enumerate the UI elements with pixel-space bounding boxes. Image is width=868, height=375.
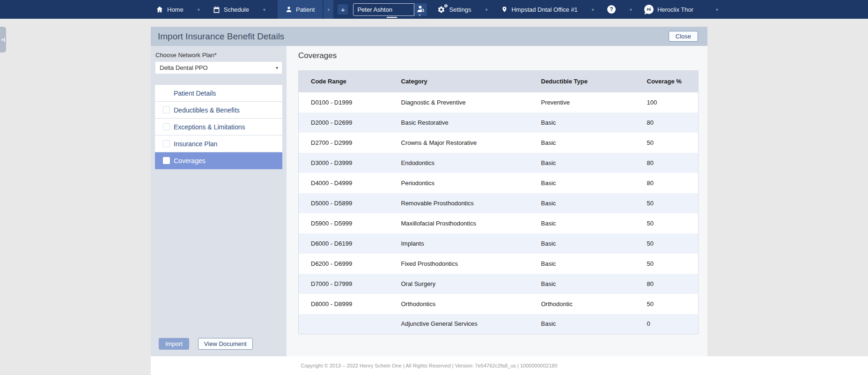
nav-user[interactable]: Hi Heroclix Thor ▾ [644,0,718,19]
table-cell: Oral Surgery [389,274,529,294]
table-cell: D7000 - D7999 [299,274,389,294]
table-cell: Basic Restorative [389,112,529,133]
column-header: Category [389,71,529,92]
nav-home[interactable]: Home ▾ [156,0,200,19]
chevron-down-icon[interactable]: ▾ [592,7,594,12]
chevron-down-icon[interactable]: ▾ [198,7,200,12]
expand-arrow-icon: ▸ [1,38,3,42]
coverages-content: Coverages Code RangeCategoryDeductible T… [287,46,707,356]
chevron-down-icon[interactable]: ▾ [263,7,265,12]
top-nav-bar: Home ▾ Schedule ▾ Patient ▾ + ▾ [0,0,868,19]
section-checkbox[interactable] [163,157,170,164]
table-cell [299,314,389,334]
footer: Copyright © 2013 – 2022 Henry Schein One… [151,356,868,375]
table-row: D8000 - D8999OrthodonticsOrthodontic50 [299,294,699,314]
table-cell: Basic [529,213,635,233]
section-label: Coverages [174,157,206,165]
table-cell: Basic [529,254,635,274]
person-icon [286,6,292,13]
table-cell: 50 [635,233,699,254]
table-cell: 50 [635,254,699,274]
table-cell: 80 [635,112,699,133]
section-checkbox[interactable] [163,123,170,130]
table-row: D0100 - D1999Diagnostic & PreventivePrev… [299,92,699,112]
table-cell: D6000 - D6199 [299,233,389,254]
section-checkbox[interactable] [163,106,170,113]
table-cell: D8000 - D8999 [299,294,389,314]
table-cell: Diagnostic & Preventive [389,92,529,112]
sidebar-buttons: Import View Document [159,338,253,350]
nav-patient-active-tab[interactable]: Patient [278,0,323,19]
table-row: Adjunctive General ServicesBasic0 [299,314,699,334]
patient-search-button[interactable]: ▾ [414,3,427,16]
table-body: D0100 - D1999Diagnostic & PreventivePrev… [299,92,699,334]
network-plan-label: Choose Network Plan* [155,52,282,59]
table-cell: D2700 - D2999 [299,133,389,153]
chevron-down-icon: ▾ [276,65,278,70]
section-label: Patient Details [174,90,216,97]
network-plan-select[interactable]: Delta Dental PPO ▾ [155,61,282,74]
home-icon [156,6,163,13]
page-title: Import Insurance Benefit Details [158,31,284,42]
table-row: D7000 - D7999Oral SurgeryBasic80 [299,274,699,294]
nav-settings[interactable]: Settings ▾ [437,0,487,19]
import-sidebar: Choose Network Plan* Delta Dental PPO ▾ … [151,46,287,356]
chevron-down-icon: ▾ [419,13,420,17]
view-document-button[interactable]: View Document [198,338,253,350]
sidebar-section[interactable]: Patient Details [155,85,282,102]
sidebar-section[interactable]: Deductibles & Benefits [155,102,282,119]
table-cell: D3000 - D3999 [299,153,389,173]
table-cell: Fixed Prosthodontics [389,254,529,274]
section-list: Patient Details Deductibles & Benefits E… [155,84,282,169]
chevron-down-icon[interactable]: ▾ [485,7,487,12]
chevron-down-icon[interactable]: ▾ [716,7,718,12]
chevron-down-icon: ▾ [327,7,330,12]
gear-icon [437,6,445,14]
table-cell: Removable Prosthodontics [389,193,529,213]
chevron-down-icon[interactable]: ▾ [630,7,632,12]
sidebar-section[interactable]: Coverages [155,152,282,169]
table-cell: D5000 - D5899 [299,193,389,213]
table-cell: Maxillofacial Prosthodontics [389,213,529,233]
table-cell: Basic [529,133,635,153]
section-label: Insurance Plan [174,140,217,148]
table-cell: Implants [389,233,529,254]
patient-search-input[interactable] [353,3,414,16]
import-button[interactable]: Import [159,338,189,350]
calendar-icon [213,6,220,13]
table-row: D2700 - D2999Crowns & Major RestorativeB… [299,133,699,153]
nav-help[interactable]: ? ▾ [607,0,632,19]
search-input-underline [387,17,397,18]
table-cell: 50 [635,213,699,233]
table-cell: Preventive [529,92,635,112]
sidebar-section[interactable]: Exceptions & Limitations [155,119,282,135]
table-row: D5900 - D5999Maxillofacial Prosthodontic… [299,213,699,233]
close-button[interactable]: Close [669,31,698,42]
section-label: Deductibles & Benefits [174,106,240,114]
nav-location[interactable]: Hmpstad Dntal Office #1 ▾ [501,0,594,19]
table-row: D2000 - D2699Basic RestorativeBasic80 [299,112,699,133]
table-cell: Basic [529,314,635,334]
nav-patient-dropdown[interactable]: ▾ [323,0,333,19]
table-cell: Crowns & Major Restorative [389,133,529,153]
patient-search: ▾ [353,3,427,16]
expand-side-panel-tab[interactable]: ▸ [0,27,6,52]
table-cell: D2000 - D2699 [299,112,389,133]
table-cell: Endodontics [389,153,529,173]
table-cell: 80 [635,173,699,193]
person-search-icon [417,5,425,15]
nav-settings-label: Settings [449,6,471,13]
add-patient-button[interactable]: + [338,4,348,15]
nav-user-name: Heroclix Thor [657,6,693,13]
section-checkbox[interactable] [163,140,170,147]
sidebar-section[interactable]: Insurance Plan [155,135,282,152]
table-cell: 50 [635,193,699,213]
nav-schedule-label: Schedule [224,6,249,13]
nav-location-label: Hmpstad Dntal Office #1 [511,6,577,13]
table-cell: D4000 - D4999 [299,173,389,193]
table-cell: Basic [529,173,635,193]
table-cell: 80 [635,274,699,294]
nav-schedule[interactable]: Schedule ▾ [213,0,265,19]
table-cell: Basic [529,193,635,213]
table-cell: 50 [635,133,699,153]
